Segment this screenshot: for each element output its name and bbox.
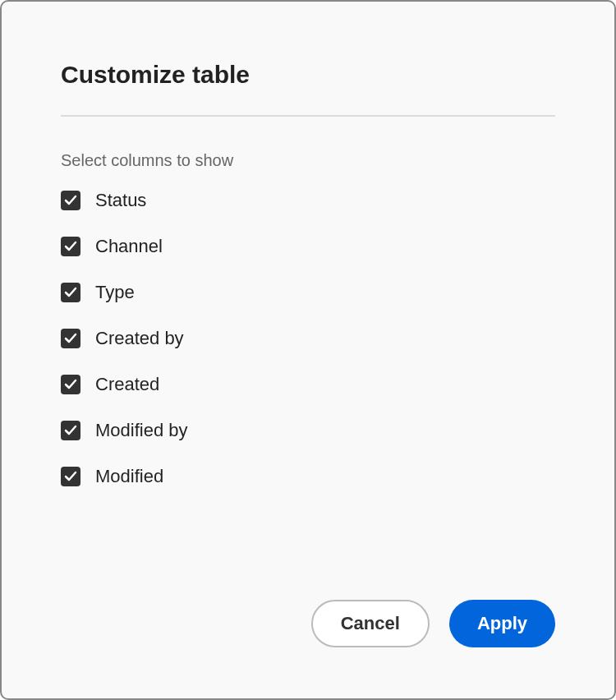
checkbox-label: Created (95, 374, 159, 395)
checkbox-row-created-by[interactable]: Created by (61, 328, 555, 349)
dialog-subtitle: Select columns to show (61, 151, 555, 170)
check-icon (64, 424, 77, 437)
checkbox-row-created[interactable]: Created (61, 374, 555, 395)
cancel-button[interactable]: Cancel (311, 600, 430, 647)
checkbox-modified-by[interactable] (61, 421, 80, 440)
checkbox-label: Type (95, 282, 135, 303)
checkbox-label: Channel (95, 236, 163, 257)
divider (61, 115, 555, 117)
apply-button[interactable]: Apply (449, 600, 555, 647)
checkbox-row-channel[interactable]: Channel (61, 236, 555, 257)
checkbox-label: Modified by (95, 420, 188, 441)
check-icon (64, 286, 77, 299)
check-icon (64, 470, 77, 483)
checkbox-type[interactable] (61, 283, 80, 302)
checkbox-label: Status (95, 190, 146, 211)
checkbox-row-type[interactable]: Type (61, 282, 555, 303)
checkbox-channel[interactable] (61, 237, 80, 256)
check-icon (64, 240, 77, 253)
checkbox-row-modified-by[interactable]: Modified by (61, 420, 555, 441)
button-row: Cancel Apply (311, 600, 555, 647)
check-icon (64, 332, 77, 345)
checkbox-label: Created by (95, 328, 184, 349)
customize-table-dialog: Customize table Select columns to show S… (0, 0, 616, 700)
checkbox-list: Status Channel Type Created by Created (61, 190, 555, 487)
checkbox-created-by[interactable] (61, 329, 80, 348)
checkbox-created[interactable] (61, 375, 80, 394)
checkbox-row-status[interactable]: Status (61, 190, 555, 211)
dialog-title: Customize table (61, 61, 555, 89)
checkbox-row-modified[interactable]: Modified (61, 466, 555, 487)
check-icon (64, 378, 77, 391)
checkbox-modified[interactable] (61, 467, 80, 486)
check-icon (64, 194, 77, 207)
checkbox-label: Modified (95, 466, 163, 487)
checkbox-status[interactable] (61, 191, 80, 210)
